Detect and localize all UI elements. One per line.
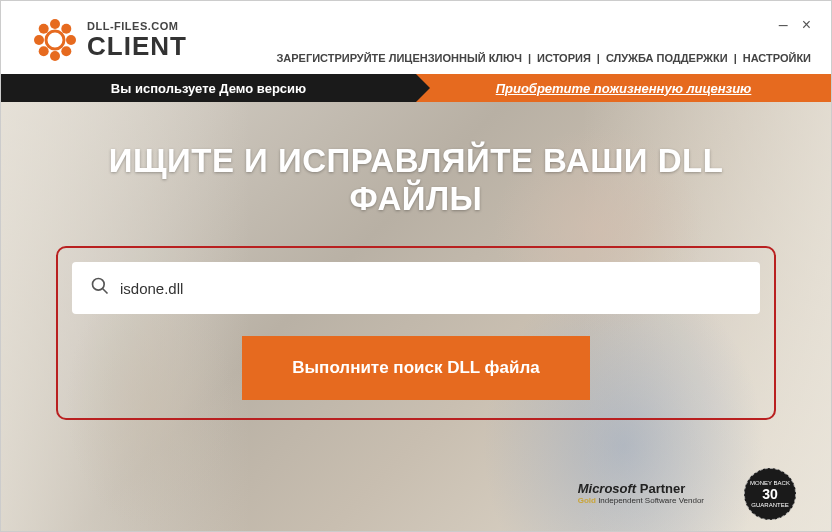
microsoft-partner-badge: Microsoft Partner Gold Independent Softw… — [578, 482, 704, 505]
gear-icon — [31, 16, 79, 64]
footer-badges: Microsoft Partner Gold Independent Softw… — [578, 468, 796, 520]
logo: DLL-FILES.COM CLIENT — [31, 16, 187, 64]
app-header: DLL-FILES.COM CLIENT – × ЗАРЕГИСТРИРУЙТЕ… — [1, 1, 831, 74]
svg-point-2 — [34, 35, 44, 45]
hero-title: ИЩИТЕ И ИСПРАВЛЯЙТЕ ВАШИ DLL ФАЙЛЫ — [51, 142, 781, 218]
search-input-wrap — [72, 262, 760, 314]
guarantee-bottom: GUARANTEE — [751, 502, 788, 508]
nav-register[interactable]: ЗАРЕГИСТРИРУЙТЕ ЛИЦЕНЗИОННЫЙ КЛЮЧ — [276, 52, 522, 64]
banner-buy-link[interactable]: Приобретите пожизненную лицензию — [416, 74, 831, 102]
minimize-button[interactable]: – — [779, 16, 788, 34]
nav-support[interactable]: СЛУЖБА ПОДДЕРЖКИ — [606, 52, 728, 64]
nav-settings[interactable]: НАСТРОЙКИ — [743, 52, 811, 64]
svg-line-11 — [103, 289, 108, 294]
svg-point-4 — [39, 24, 49, 34]
close-button[interactable]: × — [802, 16, 811, 34]
hero-section: ИЩИТЕ И ИСПРАВЛЯЙТЕ ВАШИ DLL ФАЙЛЫ Выпол… — [1, 102, 831, 532]
svg-point-10 — [93, 279, 105, 291]
search-icon — [90, 276, 110, 300]
window-controls: – × — [779, 16, 811, 34]
nav-sep: | — [597, 52, 600, 64]
gold-word: Gold — [578, 496, 596, 505]
ms-word: Microsoft — [578, 481, 637, 496]
nav-history[interactable]: ИСТОРИЯ — [537, 52, 591, 64]
promo-banner: Вы используете Демо версию Приобретите п… — [1, 74, 831, 102]
search-box: Выполните поиск DLL файла — [56, 246, 776, 420]
guarantee-badge: MONEY BACK 30 GUARANTEE — [744, 468, 796, 520]
svg-point-3 — [66, 35, 76, 45]
search-button[interactable]: Выполните поиск DLL файла — [242, 336, 589, 400]
guarantee-days: 30 — [762, 486, 778, 502]
nav-sep: | — [734, 52, 737, 64]
logo-text: DLL-FILES.COM CLIENT — [87, 20, 187, 61]
partner-word: Partner — [636, 481, 685, 496]
banner-demo: Вы используете Демо версию — [1, 74, 416, 102]
logo-product: CLIENT — [87, 32, 187, 61]
nav-sep: | — [528, 52, 531, 64]
header-right: – × ЗАРЕГИСТРИРУЙТЕ ЛИЦЕНЗИОННЫЙ КЛЮЧ | … — [276, 16, 811, 64]
svg-point-1 — [50, 51, 60, 61]
logo-domain: DLL-FILES.COM — [87, 20, 187, 32]
svg-point-6 — [39, 46, 49, 56]
svg-point-0 — [50, 19, 60, 29]
svg-point-7 — [61, 46, 71, 56]
svg-point-5 — [61, 24, 71, 34]
isv-words: Independent Software Vendor — [596, 496, 704, 505]
top-nav: ЗАРЕГИСТРИРУЙТЕ ЛИЦЕНЗИОННЫЙ КЛЮЧ | ИСТО… — [276, 52, 811, 64]
search-input[interactable] — [120, 280, 742, 297]
hero-content: ИЩИТЕ И ИСПРАВЛЯЙТЕ ВАШИ DLL ФАЙЛЫ Выпол… — [1, 102, 831, 420]
